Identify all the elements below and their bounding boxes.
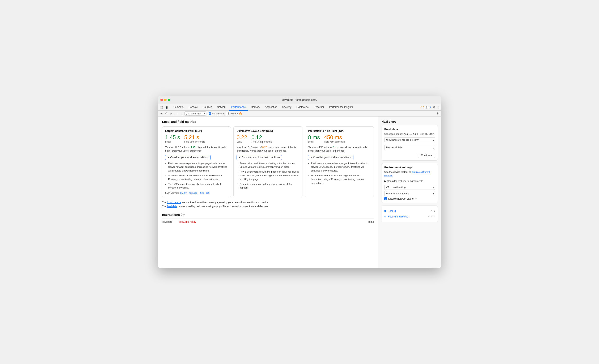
tab-recorder[interactable]: Recorder [311,104,326,111]
tab-elements[interactable]: Elements [170,104,186,111]
settings-icon[interactable]: ⚙ [433,106,435,109]
lcp-description: Your local LCP value of 1.45 s is good, … [165,145,228,153]
tab-security[interactable]: Security [280,104,294,111]
refresh-icon[interactable]: ↺ [164,112,168,115]
cls-field-value: 0.12 [251,134,272,140]
network-select[interactable]: Network: No throttling [384,191,435,196]
screenshots-checkbox[interactable] [209,112,211,115]
record-reload-label[interactable]: ↺ Record and reload [384,215,408,218]
interaction-type: keyboard [162,220,179,223]
tab-sources[interactable]: Sources [200,104,214,111]
upload-icon[interactable]: ↑ [175,112,179,115]
separator-2 [207,112,207,115]
record-icon[interactable]: ⏺ [159,112,163,115]
recordings-select[interactable]: (no recordings) [185,111,206,116]
more-icon[interactable]: ⋮ [437,106,440,109]
close-button[interactable] [160,99,163,101]
traffic-lights [160,99,170,101]
minimize-button[interactable] [164,99,167,101]
separator-1 [174,112,174,115]
lcp-field-group: 5.21 s Field 75th percentile [184,134,205,143]
cls-condition-3: Dynamic content can influence what layou… [239,182,299,190]
cls-conditions-toggle[interactable]: ▼ Consider your local test conditions [237,155,282,160]
screenshots-checkbox-label[interactable]: Screenshots [209,112,225,115]
disable-cache-text: Disable network cache [388,197,414,200]
device-select-wrap: Device: Mobile [384,145,435,151]
tab-application[interactable]: Application [262,104,280,111]
cls-title: Cumulative Layout Shift (CLS) [237,130,299,133]
field-data-link[interactable]: field data [167,205,177,208]
env-section: Environment settings Use the device tool… [382,163,438,203]
local-metrics-link[interactable]: local metrics [167,201,181,204]
help-icon[interactable]: ? [415,197,417,200]
inp-field-label: Field 75th percentile [324,141,345,143]
toolbar: ⏺ ↺ ⊘ ↑ ↓ (no recordings) Screenshots Me… [158,111,441,116]
download-icon[interactable]: ↓ [180,112,184,115]
inp-condition-2: How a user interacts with the page influ… [311,174,371,185]
memory-checkbox[interactable] [226,112,229,115]
warning-badge: ⚠ 1 [420,106,425,109]
tab-network[interactable]: Network [214,104,229,111]
devtools-nav: ⬚ 📱 Elements Console Sources Network Per… [158,104,441,111]
cls-local-group: 0.22 Local [237,134,247,143]
record-row: Record ⌘ E [384,208,435,214]
lcp-local-value: 1.45 s [165,134,180,140]
devtools-window: DevTools - fonts.google.com/ ⬚ 📱 Element… [158,96,441,268]
inp-conditions-toggle[interactable]: ▼ Consider your local test conditions [308,155,353,160]
lcp-title: Largest Contentful Paint (LCP) [165,130,228,133]
reload-icon: ↺ [384,215,386,218]
window-title: DevTools - fonts.google.com/ [282,98,317,101]
device-select[interactable]: Device: Mobile [384,145,435,150]
lcp-element-value[interactable]: div.tile__text.tile__inria_san [180,191,210,194]
cls-conditions-list: Screen size can influence what layout sh… [237,162,299,190]
tab-performance-insights[interactable]: Performance insights [326,104,355,111]
inspect-icon[interactable]: ⬚ [159,105,164,109]
left-panel: Local and field metrics Largest Contentf… [158,116,378,268]
maximize-button[interactable] [168,99,170,101]
url-select[interactable]: URL: https://fonts.google.com/ [384,137,435,142]
interactions-title: Interactions [162,213,180,216]
interaction-time: 8 ms [368,220,374,223]
record-reload-row: ↺ Record and reload ⌘ ⇧ E [384,214,435,219]
disable-cache-label[interactable]: Disable network cache ? [384,197,435,200]
env-consider-toggle[interactable]: ▶ Consider real user environments [384,180,435,183]
inp-local-group: 8 ms Local [308,134,320,143]
lcp-card: Largest Contentful Paint (LCP) 1.45 s Lo… [162,126,231,197]
metrics-grid: Largest Contentful Paint (LCP) 1.45 s Lo… [162,126,374,197]
inp-local-label: Local [308,141,320,143]
metrics-note: The local metrics are captured from the … [162,200,374,208]
device-icon[interactable]: 📱 [165,105,169,109]
lcp-conditions-toggle[interactable]: ▼ Consider your local test conditions [165,155,211,160]
screenshots-label: Screenshots [212,112,225,115]
lcp-condition-1: Real users may experience longer page lo… [168,162,228,173]
recordings-select-wrap: (no recordings) [185,111,206,116]
interaction-selector[interactable]: body.app-ready [179,220,368,223]
record-label[interactable]: Record [384,210,396,213]
interaction-row-0: keyboard body.app-ready 8 ms [162,219,374,225]
inp-field-group: 450 ms Field 75th percentile [324,134,345,143]
main-content: Local and field metrics Largest Contentf… [158,116,441,268]
cls-values: 0.22 Local 0.12 Field 75th percentile [237,134,299,143]
lcp-condition-3: The LCP element can vary between page lo… [168,182,228,190]
cls-condition-1: Screen size can influence what layout sh… [239,162,299,169]
nav-icons: ⬚ 📱 [159,105,169,109]
clear-icon[interactable]: ⊘ [169,112,173,115]
cpu-select[interactable]: CPU: No throttling [384,185,435,190]
lcp-element: LCP Element div.tile__text.tile__inria_s… [165,191,228,194]
memory-checkbox-label[interactable]: Memory [226,112,238,115]
tab-lighthouse[interactable]: Lighthouse [294,104,311,111]
configure-button[interactable]: Configure [418,153,435,158]
configure-btn-wrap: Configure [384,153,435,158]
flame-icon[interactable]: 🔥 [239,112,242,115]
disable-cache-checkbox[interactable] [384,197,387,200]
record-dot [384,210,386,212]
lcp-condition-2: Screen size can influence what the LCP e… [168,174,228,181]
tab-memory[interactable]: Memory [248,104,262,111]
cls-local-value: 0.22 [237,134,247,140]
tab-console[interactable]: Console [186,104,200,111]
field-data-section: Field data Collection period: Aug 19, 20… [382,125,438,160]
env-title: Environment settings [384,166,435,169]
tab-performance[interactable]: Performance [229,104,248,111]
cls-field-group: 0.12 Field 75th percentile [251,134,272,143]
settings-toolbar-icon[interactable]: ⚙ [436,112,440,115]
